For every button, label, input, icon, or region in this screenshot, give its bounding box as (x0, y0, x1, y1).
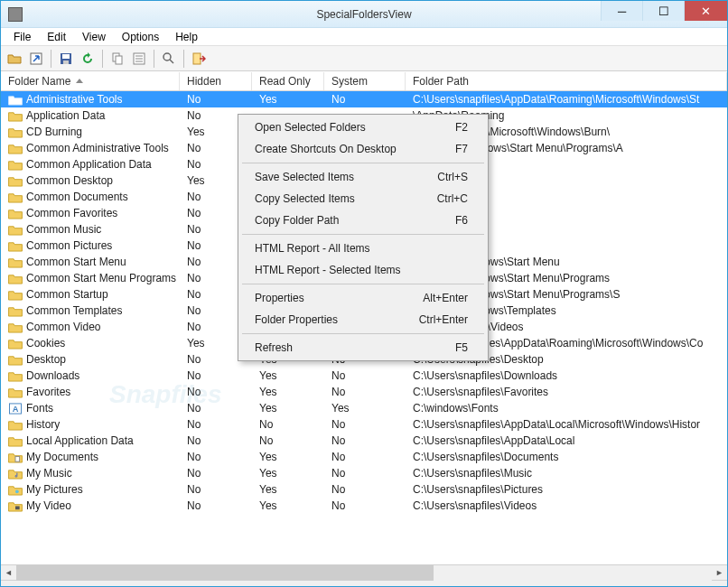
menu-file[interactable]: File (6, 29, 38, 45)
context-item[interactable]: Copy Folder PathF6 (240, 210, 486, 231)
context-item[interactable]: HTML Report - Selected Items (240, 259, 486, 281)
cell-path: C:\Users\snapfiles\Videos (406, 499, 727, 512)
cell-readonly: No (252, 418, 324, 431)
minimize-button[interactable]: ─ (601, 1, 642, 21)
statusbar: 45 folders, 1 Selected NirSoft Freeware.… (1, 580, 727, 587)
cell-folder-name: My Video (1, 499, 180, 512)
cell-folder-name: Favorites (1, 386, 180, 398)
titlebar[interactable]: SpecialFoldersView ─ ☐ ✕ (1, 1, 727, 28)
cell-system: No (324, 451, 406, 463)
cell-folder-name: Common Documents (1, 191, 180, 203)
cell-folder-name: Downloads (1, 369, 180, 382)
table-row[interactable]: DownloadsNoYesNoC:\Users\snapfiles\Downl… (1, 368, 727, 384)
cell-readonly: No (252, 434, 324, 447)
column-hidden[interactable]: Hidden (180, 72, 252, 90)
cell-hidden: No (180, 369, 252, 382)
cell-readonly: Yes (252, 451, 324, 463)
menu-edit[interactable]: Edit (40, 29, 73, 45)
svg-rect-5 (116, 56, 122, 64)
table-row[interactable]: My VideoNoYesNoC:\Users\snapfiles\Videos (1, 498, 727, 514)
cell-hidden: No (180, 451, 252, 463)
context-label: Properties (255, 292, 304, 304)
open-folder-icon[interactable] (5, 49, 24, 69)
status-link[interactable]: NirSoft Freeware. http://www.nirsoft.net (531, 584, 720, 588)
cell-folder-name: Cookies (1, 337, 180, 349)
context-item[interactable]: Open Selected FoldersF2 (240, 116, 486, 138)
context-item[interactable]: Save Selected ItemsCtrl+S (240, 166, 486, 188)
exit-icon[interactable] (189, 49, 209, 69)
context-shortcut: F2 (455, 121, 468, 134)
cell-folder-name: My Music (1, 467, 180, 480)
cell-readonly: Yes (252, 467, 324, 480)
cell-path: C:\Users\snapfiles\AppData\Local\Microso… (406, 418, 727, 431)
cell-readonly: Yes (252, 386, 324, 398)
context-label: HTML Report - All Items (255, 242, 370, 255)
find-icon[interactable] (159, 49, 179, 69)
cell-folder-name: Common Desktop (1, 174, 180, 187)
cell-folder-name: Common Application Data (1, 158, 180, 171)
cell-path: C:\Users\snapfiles\Downloads (406, 369, 727, 382)
column-folder-name[interactable]: Folder Name (1, 72, 180, 90)
cell-system: No (324, 93, 406, 106)
cell-hidden: No (180, 386, 252, 398)
column-system[interactable]: System (324, 72, 406, 90)
cell-hidden: No (180, 499, 252, 512)
context-label: Folder Properties (255, 313, 338, 326)
maximize-button[interactable]: ☐ (642, 1, 684, 21)
cell-folder-name: Common Templates (1, 304, 180, 317)
menu-options[interactable]: Options (115, 29, 166, 45)
table-row[interactable]: HistoryNoNoNoC:\Users\snapfiles\AppData\… (1, 416, 727, 433)
cell-hidden: No (180, 93, 252, 106)
context-shortcut: Ctrl+C (437, 192, 468, 205)
context-item[interactable]: RefreshF5 (240, 337, 486, 359)
window-title: SpecialFoldersView (316, 8, 411, 21)
copy-icon[interactable] (107, 49, 127, 69)
context-item[interactable]: Copy Selected ItemsCtrl+C (240, 188, 486, 210)
close-button[interactable]: ✕ (684, 1, 727, 21)
shortcut-icon[interactable] (26, 49, 46, 69)
context-item[interactable]: Folder PropertiesCtrl+Enter (240, 309, 486, 331)
context-item[interactable]: HTML Report - All Items (240, 238, 486, 259)
properties-icon[interactable] (129, 49, 149, 69)
cell-path: C:\Users\snapfiles\Music (406, 467, 727, 480)
table-row[interactable]: My MusicNoYesNoC:\Users\snapfiles\Music (1, 465, 727, 481)
save-icon[interactable] (56, 49, 76, 69)
svg-rect-15 (15, 456, 20, 461)
context-shortcut: Alt+Enter (423, 292, 468, 304)
cell-path: C:\Users\snapfiles\Documents (406, 451, 727, 463)
svg-rect-3 (63, 61, 69, 64)
context-label: Create Shortcuts On Desktop (255, 143, 397, 155)
table-row[interactable]: FavoritesNoYesNoC:\Users\snapfiles\Favor… (1, 384, 727, 400)
table-row[interactable]: My PicturesNoYesNoC:\Users\snapfiles\Pic… (1, 481, 727, 498)
scroll-thumb[interactable] (16, 565, 434, 581)
menubar: File Edit View Options Help (1, 28, 727, 46)
context-separator (242, 163, 484, 163)
cell-folder-name: Common Video (1, 321, 180, 333)
refresh-icon[interactable] (78, 49, 98, 69)
scroll-left-icon[interactable]: ◄ (1, 565, 16, 581)
cell-hidden: No (180, 483, 252, 496)
context-separator (242, 284, 484, 284)
table-row[interactable]: AFontsNoYesYesC:\windows\Fonts (1, 400, 727, 416)
context-item[interactable]: PropertiesAlt+Enter (240, 287, 486, 309)
table-row[interactable]: My DocumentsNoYesNoC:\Users\snapfiles\Do… (1, 449, 727, 465)
cell-path: C:\windows\Fonts (406, 402, 727, 415)
horizontal-scrollbar[interactable]: ◄ ► (1, 564, 727, 580)
toolbar (1, 46, 727, 71)
cell-system: No (324, 386, 406, 398)
context-label: Copy Selected Items (255, 192, 355, 205)
table-row[interactable]: Administrative ToolsNoYesNoC:\Users\snap… (1, 91, 727, 107)
column-folder-path[interactable]: Folder Path (406, 72, 727, 90)
svg-rect-12 (193, 53, 201, 64)
cell-folder-name: Local Application Data (1, 434, 180, 447)
scroll-right-icon[interactable]: ► (712, 565, 727, 581)
menu-view[interactable]: View (75, 29, 113, 45)
cell-system: No (324, 499, 406, 512)
context-item[interactable]: Create Shortcuts On DesktopF7 (240, 138, 486, 160)
menu-help[interactable]: Help (168, 29, 205, 45)
table-row[interactable]: Local Application DataNoNoNoC:\Users\sna… (1, 433, 727, 449)
svg-text:A: A (13, 405, 19, 414)
column-readonly[interactable]: Read Only (252, 72, 324, 90)
cell-folder-name: Common Start Menu Programs (1, 272, 180, 284)
cell-readonly: Yes (252, 483, 324, 496)
